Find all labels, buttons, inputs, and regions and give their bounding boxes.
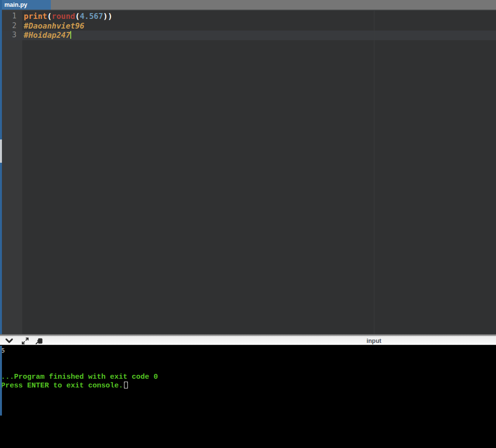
line-number: 2 bbox=[2, 21, 16, 31]
collapse-console-button[interactable] bbox=[5, 337, 14, 345]
gutter-background bbox=[2, 11, 22, 334]
exit-prompt-message: Press ENTER to exit console. bbox=[1, 382, 123, 390]
token-paren: ( bbox=[75, 12, 80, 21]
console-output[interactable]: 5 ...Program finished with exit code 0 P… bbox=[0, 347, 496, 448]
code-line-3: #Hoidap247 bbox=[24, 31, 112, 40]
code-editor[interactable]: 1 2 3 print(round(4.567)) #Daoanhviet96 … bbox=[0, 10, 496, 334]
token-keyword: print bbox=[24, 12, 47, 21]
token-builtin: round bbox=[52, 12, 75, 21]
input-label: input bbox=[367, 336, 382, 346]
expand-console-button[interactable] bbox=[21, 337, 30, 345]
code-content[interactable]: print(round(4.567)) #Daoanhviet96 #Hoida… bbox=[24, 12, 112, 40]
token-paren: ( bbox=[47, 12, 52, 21]
text-cursor bbox=[70, 31, 71, 39]
tab-title: main.py bbox=[4, 1, 27, 8]
token-comment: #Daoanhviet96 bbox=[24, 21, 84, 31]
token-number: 4.567 bbox=[80, 12, 103, 21]
open-new-window-icon bbox=[35, 337, 44, 345]
line-number-gutter: 1 2 3 bbox=[2, 12, 16, 40]
token-paren: )) bbox=[103, 12, 112, 21]
exit-prompt-line: Press ENTER to exit console. bbox=[1, 382, 496, 390]
scrollbar-thumb[interactable] bbox=[0, 139, 2, 163]
program-finished-message: ...Program finished with exit code 0 bbox=[1, 373, 496, 382]
line-number: 1 bbox=[2, 12, 16, 21]
code-line-1: print(round(4.567)) bbox=[24, 12, 112, 21]
chevron-down-icon bbox=[5, 337, 14, 345]
ide-window: main.py 1 2 3 print(round(4.567)) #Daoan… bbox=[0, 0, 496, 448]
line-number: 3 bbox=[2, 31, 16, 40]
expand-icon bbox=[21, 337, 30, 345]
console-cursor bbox=[124, 382, 128, 388]
console-toolbar: input bbox=[0, 336, 496, 346]
console-stdout: 5 bbox=[1, 347, 496, 355]
open-new-window-button[interactable] bbox=[35, 337, 44, 345]
page-scrollbar[interactable] bbox=[0, 0, 2, 416]
tab-bar: main.py bbox=[0, 0, 496, 10]
code-line-2: #Daoanhviet96 bbox=[24, 21, 112, 31]
print-margin-ruler bbox=[374, 11, 374, 334]
token-comment: #Hoidap247 bbox=[24, 31, 70, 40]
tab-main-py[interactable]: main.py bbox=[0, 0, 51, 10]
